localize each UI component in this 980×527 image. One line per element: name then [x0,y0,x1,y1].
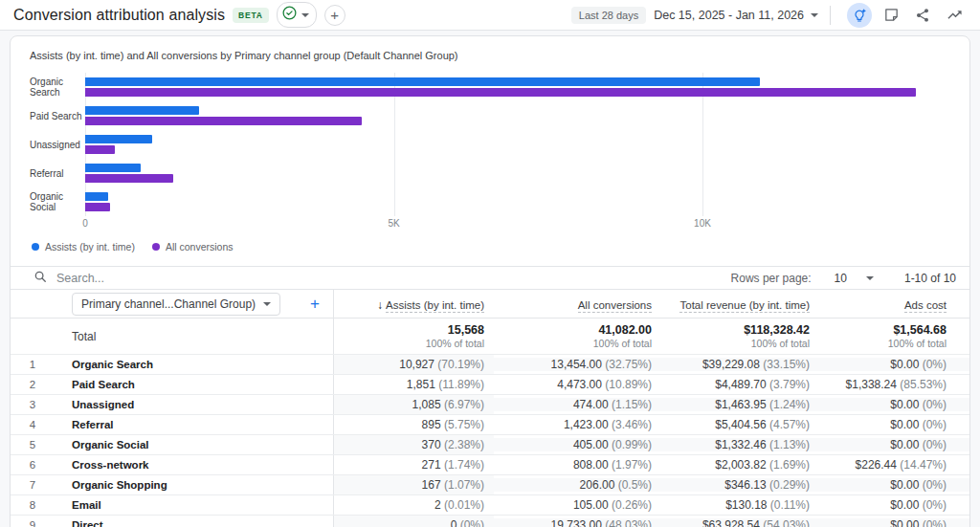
row-index: 6 [11,459,55,471]
chart-bar-group: Unassigned [30,130,950,159]
row-index: 3 [11,399,55,410]
row-index: 8 [11,499,55,511]
column-header-all-conversions[interactable]: All conversions [494,296,661,313]
chart-legend: Assists (by int. time)All conversions [32,241,950,266]
add-comparison-button[interactable]: + [324,5,345,26]
metric-cell: 167 (1.07%) [333,475,494,494]
search-input[interactable] [56,272,344,285]
metric-cell: 405.00 (0.99%) [494,438,661,451]
chevron-down-icon [263,302,271,306]
channel-name: Referral [55,419,333,430]
table-row[interactable]: 1Organic Search10,927 (70.19%)13,454.00 … [11,354,969,374]
chevron-down-icon[interactable] [866,276,874,280]
beta-badge: BETA [233,8,269,23]
table-row[interactable]: 2Paid Search1,851 (11.89%)4,473.00 (10.8… [11,374,969,394]
metric-cell: $226.44 (14.47%) [819,458,969,472]
share-button[interactable] [910,3,935,28]
metric-cell: $1,332.46 (1.13%) [661,438,819,451]
channel-name: Cross-network [55,459,333,471]
table-row[interactable]: 9Direct0 (0%)19,733.00 (48.03%)$63,928.5… [11,515,969,527]
metric-cell: $0.00 (0%) [819,418,969,431]
search-icon [33,270,47,287]
report-header: Conversion attribution analysis BETA + L… [0,0,980,31]
insights-button[interactable] [847,3,872,28]
chart-bar[interactable] [85,203,110,211]
pagination-status: 1-10 of 10 [904,272,956,285]
x-axis-tick-label: 10K [694,218,711,229]
column-header-assists[interactable]: ↓Assists (by int. time) [333,290,494,318]
metric-cell: $130.18 (0.11%) [661,498,819,512]
chevron-down-icon [811,13,818,17]
metric-cell: $0.00 (0%) [819,498,969,512]
check-circle-icon [281,5,298,25]
column-header-ads-cost[interactable]: Ads cost [819,296,969,313]
date-range-selector[interactable]: Dec 15, 2025 - Jan 11, 2026 [654,9,818,22]
channel-name: Direct [55,519,333,527]
chart-bar[interactable] [85,117,362,125]
insights-trend-button[interactable] [942,3,967,28]
metric-cell: 370 (2.38%) [333,435,494,454]
metric-cell: 2 (0.01%) [333,495,494,515]
metric-cell: $0.00 (0%) [819,398,969,411]
chart-bar[interactable] [85,77,760,86]
channel-name: Organic Search [55,359,333,370]
channel-name: Organic Shopping [55,479,333,491]
chart-bar[interactable] [85,88,916,97]
table-row[interactable]: 3Unassigned1,085 (6.97%)474.00 (1.15%)$1… [11,394,969,414]
metric-cell: 10,927 (70.19%) [333,355,494,374]
table-row[interactable]: 6Cross-network271 (1.74%)808.00 (1.97%)$… [11,454,969,474]
channel-name: Organic Social [55,439,333,450]
x-axis-tick-label: 5K [388,218,399,229]
x-axis-tick-label: 0 [82,218,88,229]
metric-cell: 13,454.00 (32.75%) [494,358,661,371]
add-column-button[interactable]: + [310,296,320,312]
chart-bar[interactable] [85,192,108,201]
metric-cell: $1,463.95 (1.24%) [661,398,819,411]
note-icon [883,7,900,23]
metric-cell: $0.00 (0%) [819,518,969,527]
bar-chart: Organic SearchPaid SearchUnassignedRefer… [30,73,950,231]
plus-icon: + [330,7,339,23]
chart-bar[interactable] [85,135,152,143]
table-total-row: Total 15,568100% of total 41,082.00100% … [11,318,969,354]
trend-line-icon [947,7,963,23]
table-row[interactable]: 8Email2 (0.01%)105.00 (0.26%)$130.18 (0.… [11,494,969,515]
total-ads-cost: $1,564.68100% of total [819,322,969,350]
date-range-preset-chip[interactable]: Last 28 days [571,7,646,24]
chart-section: Assists (by int. time) and All conversio… [11,36,969,266]
metric-cell: 1,423.00 (3.46%) [494,418,661,431]
chart-title: Assists (by int. time) and All conversio… [30,50,950,61]
report-status-button[interactable] [277,2,317,28]
date-range-text: Dec 15, 2025 - Jan 11, 2026 [654,9,804,22]
legend-dot-icon [32,243,39,251]
chart-bar-group: Organic Search [30,73,950,101]
metric-cell: $39,229.08 (33.15%) [661,358,819,371]
row-index: 9 [11,519,55,527]
chart-bar[interactable] [85,174,173,183]
channel-name: Email [55,499,333,511]
metric-cell: 206.00 (0.5%) [494,478,661,492]
metric-cell: $5,404.56 (4.57%) [661,418,819,431]
table-row[interactable]: 5Organic Social370 (2.38%)405.00 (0.99%)… [11,434,969,454]
metric-cell: 4,473.00 (10.89%) [494,378,661,391]
rows-per-page-value[interactable]: 10 [835,272,847,285]
chart-category-label: Unassigned [30,140,85,150]
rows-per-page-label: Rows per page: [731,272,812,285]
metric-cell: $4,489.70 (3.79%) [661,378,819,391]
row-index: 5 [11,439,55,450]
table-row[interactable]: 7Organic Shopping167 (1.07%)206.00 (0.5%… [11,474,969,494]
chart-bar[interactable] [85,106,199,115]
dimension-selector[interactable]: Primary channel...Channel Group) [72,293,280,316]
chart-bar[interactable] [85,164,141,172]
table-body: 1Organic Search10,927 (70.19%)13,454.00 … [11,354,969,527]
notes-button[interactable] [879,3,903,28]
chart-bar[interactable] [85,145,115,154]
channel-name: Unassigned [55,399,333,410]
metric-cell: 271 (1.74%) [333,455,494,474]
metric-cell: 1,085 (6.97%) [333,395,494,414]
table-row[interactable]: 4Referral895 (5.75%)1,423.00 (3.46%)$5,4… [11,414,969,434]
metric-cell: 808.00 (1.97%) [494,458,661,472]
column-header-total-revenue[interactable]: Total revenue (by int. time) [661,296,819,313]
metric-cell: $2,003.82 (1.69%) [661,458,819,472]
page-title: Conversion attribution analysis [13,7,225,24]
